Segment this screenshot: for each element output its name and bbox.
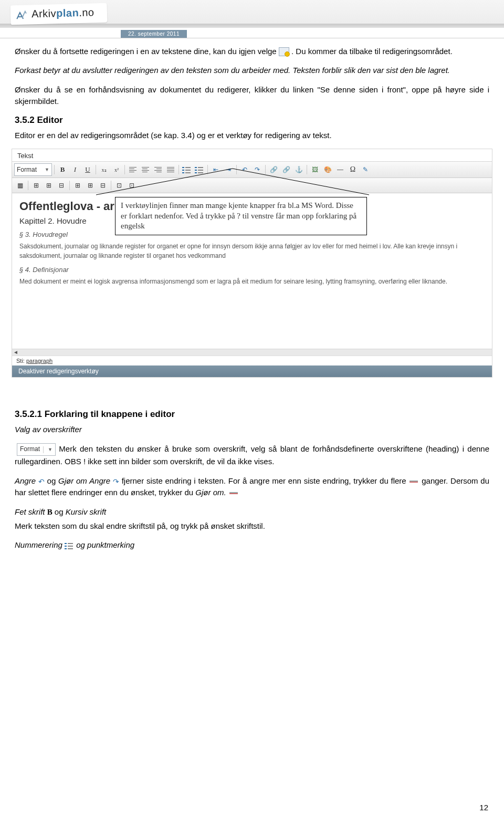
document-content: Ønsker du å fortsette redigeringen i en …: [0, 38, 504, 565]
logo-text-3: .no: [79, 6, 94, 18]
table-button[interactable]: ▦: [14, 180, 26, 191]
spacer-icon: [410, 480, 418, 483]
bold-button[interactable]: B: [57, 164, 68, 175]
logo-text-2: plan: [56, 7, 79, 19]
editor-section-4: § 4. Definisjonar: [19, 266, 485, 274]
logo-icon: [16, 10, 28, 22]
spacer-icon-2: [229, 492, 238, 494]
paragraph-bold-italic-2: Merk teksten som du skal endre skriftsti…: [15, 520, 489, 532]
editor-tab: Tekst: [12, 149, 492, 162]
undo-icon: ↶: [38, 476, 45, 487]
format-select[interactable]: Format▼: [14, 163, 52, 176]
redo-icon: ↷: [113, 476, 119, 487]
annotation-callout: I verktøylinjen finner man mange kjente …: [115, 197, 367, 235]
paragraph-format-explain: Format ▼ Merk den teksten du ønsker å br…: [15, 443, 489, 467]
editor-section-3-text: Saksdokument, journalar og liknande regi…: [19, 242, 485, 260]
status-path-value[interactable]: paragraph: [26, 358, 52, 364]
italic-button[interactable]: I: [69, 164, 81, 175]
paragraph-lists: Nummerering og punktmerking: [15, 539, 489, 551]
date-banner: 22. september 2011: [121, 30, 187, 38]
numbered-list-icon: [65, 542, 74, 550]
status-path: Sti: paragraph: [12, 356, 492, 365]
row-before-button[interactable]: ⊞: [30, 180, 42, 191]
heading-3521: 3.5.2.1 Forklaring til knappene i editor: [15, 409, 489, 420]
paragraph-preview: Ønsker du å se en forhåndsvisning av dok…: [15, 84, 489, 107]
col-before-button[interactable]: ⊞: [72, 180, 83, 191]
deactivate-toolbar-button[interactable]: Deaktiver redigeringsverktøy: [12, 365, 492, 377]
bold-icon: B: [47, 507, 52, 518]
logo-text-1: Arkiv: [32, 7, 57, 19]
page-header: Arkivplan.no 22. september 2011: [0, 0, 504, 38]
paragraph-undo-redo: Angre ↶ og Gjør om Angre ↷ fjerner siste…: [15, 475, 489, 498]
subheading-overskrifter: Valg av overskrifter: [15, 424, 489, 435]
row-delete-button[interactable]: ⊟: [56, 180, 67, 191]
paragraph-bold-italic-1: Fet skrift B og Kursiv skrift: [15, 506, 489, 518]
editor-section-4-text: Med dokument er meint ei logisk avgrensa…: [19, 277, 485, 286]
format-dropdown-icon[interactable]: Format ▼: [17, 443, 56, 456]
row-after-button[interactable]: ⊞: [43, 180, 55, 191]
paragraph-forkast: Forkast betyr at du avslutter redigering…: [15, 65, 489, 76]
paragraph-editor-intro: Editor er en del av redigeringsområdet (…: [15, 130, 489, 141]
edit-icon: [279, 47, 289, 56]
horizontal-scrollbar[interactable]: ◄: [12, 349, 492, 356]
heading-352: 3.5.2 Editor: [15, 115, 489, 126]
editor-body[interactable]: I verktøylinjen finner man mange kjente …: [12, 193, 492, 349]
editor-screenshot: Tekst Format▼ B I U x₂ x² ⇤ ⇥ ↶ ↷: [12, 149, 492, 378]
logo: Arkivplan.no: [10, 3, 107, 25]
paragraph-intro-1: Ønsker du å fortsette redigeringen i en …: [15, 46, 489, 57]
